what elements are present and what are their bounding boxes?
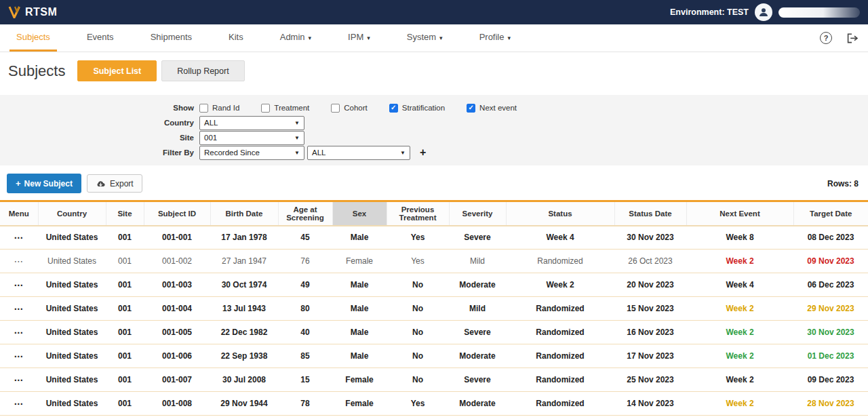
cell-status: Randomized — [506, 297, 614, 321]
filter-by-select[interactable]: Recorded Since ▼ — [199, 146, 304, 160]
page-tab-subject-list[interactable]: Subject List — [77, 60, 157, 81]
column-header-status-date[interactable]: Status Date — [614, 201, 686, 226]
cell-severity: Severe — [449, 226, 506, 250]
nav-item-label: Events — [87, 32, 114, 42]
brand-logo-icon — [8, 6, 23, 18]
column-header-next-event[interactable]: Next Event — [686, 201, 793, 226]
nav-item-ipm[interactable]: IPM ▾ — [341, 24, 377, 52]
cell-country: United States — [38, 297, 106, 321]
table-body: ⋯ United States 001 001-001 17 Jan 1978 … — [0, 226, 868, 416]
table-row: ⋯ United States 001 001-008 29 Nov 1944 … — [0, 392, 868, 416]
table-row: ⋯ United States 001 001-002 27 Jan 1947 … — [0, 250, 868, 273]
column-header-birth-date[interactable]: Birth Date — [210, 201, 278, 226]
cell-status-date: 15 Nov 2023 — [614, 297, 686, 321]
site-select-value: 001 — [204, 134, 217, 142]
nav-item-label: Admin — [280, 32, 305, 42]
checkbox-next-event[interactable]: ✓ Next event — [467, 104, 517, 113]
nav-item-events[interactable]: Events — [80, 24, 121, 52]
checkbox-rand-id[interactable]: Rand Id — [199, 104, 239, 113]
row-menu-button[interactable]: ⋯ — [0, 297, 38, 321]
checkbox-label: Stratification — [402, 104, 445, 112]
nav-item-admin[interactable]: Admin ▾ — [273, 24, 318, 52]
site-label: Site — [0, 134, 199, 142]
cell-sex: Male — [332, 297, 387, 321]
cell-age-at-screening: 45 — [278, 226, 332, 250]
nav-item-label: Profile — [479, 32, 505, 42]
column-header-country[interactable]: Country — [38, 201, 106, 226]
rows-count: Rows: 8 — [827, 179, 861, 188]
column-header-severity[interactable]: Severity — [449, 201, 506, 226]
help-icon[interactable]: ? — [820, 32, 832, 44]
row-menu-button[interactable]: ⋯ — [0, 368, 38, 392]
cell-sex: Male — [332, 344, 387, 368]
cell-country: United States — [38, 250, 106, 273]
row-menu-button[interactable]: ⋯ — [0, 226, 38, 250]
cell-country: United States — [38, 344, 106, 368]
column-header-subject-id[interactable]: Subject ID — [144, 201, 210, 226]
cell-age-at-screening: 40 — [278, 321, 332, 344]
site-select[interactable]: 001 ▼ — [199, 131, 304, 145]
chevron-down-icon: ▾ — [508, 33, 511, 41]
column-header-age-at-screening[interactable]: Age at Screening — [278, 201, 332, 226]
nav-item-system[interactable]: System ▾ — [400, 24, 450, 52]
nav-item-subjects[interactable]: Subjects — [9, 24, 57, 52]
cell-birth-date: 13 Jul 1943 — [210, 297, 278, 321]
column-header-menu[interactable]: Menu — [0, 201, 38, 226]
cell-subject-id: 001-003 — [144, 273, 210, 297]
nav-item-kits[interactable]: Kits — [222, 24, 250, 52]
logout-icon[interactable] — [847, 33, 859, 43]
cell-next-event: Week 2 — [686, 297, 793, 321]
cell-country: United States — [38, 368, 106, 392]
cell-status-date: 14 Nov 2023 — [614, 392, 686, 416]
table-row: ⋯ United States 001 001-003 30 Oct 1974 … — [0, 273, 868, 297]
cell-previous-treatment: Yes — [387, 392, 449, 416]
row-menu-button[interactable]: ⋯ — [0, 321, 38, 344]
checkbox-treatment[interactable]: Treatment — [261, 104, 309, 113]
cell-severity: Mild — [449, 250, 506, 273]
table-row: ⋯ United States 001 001-007 30 Jul 2008 … — [0, 368, 868, 392]
cell-birth-date: 30 Oct 1974 — [210, 273, 278, 297]
export-button[interactable]: Export — [87, 174, 142, 193]
row-menu-button[interactable]: ⋯ — [0, 273, 38, 297]
column-header-site[interactable]: Site — [106, 201, 144, 226]
column-header-target-date[interactable]: Target Date — [793, 201, 868, 226]
cell-subject-id: 001-004 — [144, 297, 210, 321]
page-tab-rollup-report[interactable]: Rollup Report — [161, 60, 244, 81]
brand-name: RTSM — [25, 6, 57, 18]
country-select[interactable]: ALL ▼ — [199, 116, 304, 130]
cell-subject-id: 001-001 — [144, 226, 210, 250]
new-subject-button[interactable]: + New Subject — [7, 174, 81, 193]
cell-previous-treatment: No — [387, 297, 449, 321]
nav-item-shipments[interactable]: Shipments — [144, 24, 199, 52]
cell-sex: Male — [332, 321, 387, 344]
export-cloud-icon — [96, 180, 106, 188]
filter-by-secondary-select[interactable]: ALL ▼ — [307, 146, 410, 160]
cell-status: Randomized — [506, 344, 614, 368]
cell-next-event: Week 4 — [686, 273, 793, 297]
row-menu-button[interactable]: ⋯ — [0, 392, 38, 416]
table-row: ⋯ United States 001 001-005 22 Dec 1982 … — [0, 321, 868, 344]
cell-previous-treatment: No — [387, 273, 449, 297]
check-icon: ✓ — [468, 104, 473, 111]
cell-age-at-screening: 15 — [278, 368, 332, 392]
select-caret-icon: ▼ — [294, 150, 300, 156]
nav-item-profile[interactable]: Profile ▾ — [473, 24, 517, 52]
checkbox-stratification[interactable]: ✓ Stratification — [389, 104, 445, 113]
column-header-previous-treatment[interactable]: Previous Treatment — [387, 201, 449, 226]
cell-target-date: 09 Nov 2023 — [793, 250, 868, 273]
nav-item-label: System — [407, 32, 436, 42]
add-filter-button[interactable]: + — [420, 147, 426, 158]
checkbox-cohort[interactable]: Cohort — [331, 104, 368, 113]
column-header-status[interactable]: Status — [506, 201, 614, 226]
column-header-sex[interactable]: Sex — [332, 201, 387, 226]
row-menu-button[interactable]: ⋯ — [0, 344, 38, 368]
row-menu-button[interactable]: ⋯ — [0, 250, 38, 273]
avatar[interactable] — [755, 3, 772, 21]
checkbox-box — [199, 104, 208, 113]
checkbox-label: Treatment — [274, 104, 309, 112]
nav-item-label: Subjects — [16, 32, 50, 42]
cell-target-date: 08 Dec 2023 — [793, 226, 868, 250]
filter-panel: Show Rand Id Treatment Cohort ✓ Stratifi… — [0, 95, 868, 165]
cell-subject-id: 001-006 — [144, 344, 210, 368]
action-row: + New Subject Export Rows: 8 — [0, 165, 868, 193]
